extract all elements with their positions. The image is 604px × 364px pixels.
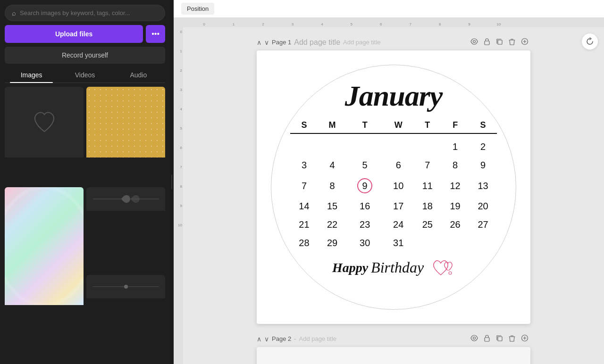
- right-panel: Position 0 1 2 3 4 5 6 7 8 9 10 0 1 2: [174, 0, 604, 364]
- cal-header-s1: S: [290, 118, 318, 132]
- cal-day: 21: [290, 215, 318, 234]
- calendar-table: S M T W T F S: [290, 118, 497, 252]
- cal-day: 31: [383, 234, 413, 252]
- cal-day: [318, 138, 346, 156]
- cal-day: [290, 138, 318, 156]
- table-row: 14 15 16 17 18 19 20: [290, 197, 497, 215]
- ruler-corner: [174, 18, 183, 27]
- cal-day: 13: [469, 174, 497, 197]
- canvas-page-2[interactable]: [257, 347, 530, 364]
- table-row: 1 2: [290, 138, 497, 156]
- tab-videos[interactable]: Videos: [58, 67, 111, 83]
- page-1-wrapper: ∧ ∨ Page 1 Add page title Add page title: [193, 37, 595, 324]
- list-item[interactable]: [5, 87, 84, 184]
- cal-day: 20: [469, 197, 497, 215]
- page-1-actions: [469, 37, 530, 48]
- cal-day: 19: [441, 197, 469, 215]
- ruler-horizontal: 0 1 2 3 4 5 6 7 8 9 10: [183, 18, 604, 27]
- page-2-lock-button[interactable]: [482, 333, 492, 344]
- page-2-label-row: ∧ ∨ Page 2 - Add page title: [257, 333, 530, 344]
- canvas-scroll[interactable]: ∧ ∨ Page 1 Add page title Add page title: [183, 27, 604, 364]
- ruler-tick: 2: [262, 22, 264, 26]
- page-2-title-placeholder[interactable]: Add page title: [299, 335, 337, 342]
- page-2-add-button[interactable]: [519, 333, 530, 344]
- ruler-tick: 0: [203, 22, 205, 26]
- page-1-eye-button[interactable]: [469, 37, 480, 48]
- cal-day: 22: [318, 215, 346, 234]
- refresh-button[interactable]: [581, 33, 598, 50]
- page-1-title-placeholder[interactable]: Add page title: [343, 39, 381, 46]
- list-item[interactable]: [5, 187, 84, 359]
- page-nav-up[interactable]: ∧: [257, 39, 261, 46]
- cal-day: 18: [413, 197, 441, 215]
- list-item[interactable]: [86, 275, 165, 359]
- tab-images[interactable]: Images: [5, 67, 58, 83]
- hearts-decoration: [427, 257, 455, 278]
- cal-day: 5: [346, 156, 383, 174]
- calendar-container: January S M T W T F: [257, 50, 530, 324]
- page-1-delete-button[interactable]: [507, 37, 517, 48]
- cal-day: [413, 234, 441, 252]
- svg-rect-5: [498, 40, 502, 44]
- svg-point-7: [449, 272, 452, 274]
- canvas-area: 0 1 2 3 4 5 6 7 8 9 10 0 1 2 3 4 5 6 7 8: [174, 18, 604, 364]
- panel-divider[interactable]: [170, 0, 174, 364]
- cal-day: 9: [469, 156, 497, 174]
- cal-day: 17: [383, 197, 413, 215]
- cal-day: 16: [346, 197, 383, 215]
- upload-button[interactable]: Upload files: [5, 25, 143, 43]
- search-input[interactable]: [20, 9, 158, 17]
- cal-header-s2: S: [469, 118, 497, 132]
- ruler-vertical: 0 1 2 3 4 5 6 7 8 9 10: [174, 27, 183, 364]
- cal-header-t1: T: [346, 118, 383, 132]
- page-2-eye-button[interactable]: [469, 333, 480, 344]
- page-1-label: Page 1: [272, 39, 291, 46]
- heart-image: [5, 87, 84, 157]
- page-1-title[interactable]: Add page title: [294, 38, 340, 47]
- page-1-add-button[interactable]: [519, 37, 530, 48]
- page-2-label: Page 2: [272, 335, 291, 342]
- svg-rect-10: [498, 337, 502, 341]
- yellow-texture-image: [86, 87, 165, 157]
- page-2-copy-button[interactable]: [494, 334, 505, 344]
- cal-header-m: M: [318, 118, 346, 132]
- record-yourself-button[interactable]: Record yourself: [5, 47, 165, 64]
- cal-day: 29: [318, 234, 346, 252]
- page-2-wrapper: ∧ ∨ Page 2 - Add page title: [193, 333, 595, 364]
- ruler-tick: 9: [180, 204, 182, 208]
- ruler-tick: 5: [180, 126, 182, 131]
- cal-day: [469, 234, 497, 252]
- position-button[interactable]: Position: [181, 3, 214, 15]
- ruler-tick: 6: [380, 22, 382, 26]
- ruler-tick: 3: [180, 88, 182, 92]
- cal-day: 8: [318, 174, 346, 197]
- cal-day: 12: [441, 174, 469, 197]
- table-row: 7 8 9 10 11 12 13: [290, 174, 497, 197]
- ruler-tick: 6: [180, 146, 182, 150]
- list-item[interactable]: [86, 87, 165, 184]
- list-item[interactable]: [86, 187, 165, 272]
- rainbow-texture-image: [5, 187, 84, 305]
- cal-day: 30: [346, 234, 383, 252]
- tab-audio[interactable]: Audio: [112, 67, 165, 83]
- divider-image: [86, 187, 165, 211]
- search-bar: ⌕: [5, 5, 165, 21]
- cal-day: 14: [290, 197, 318, 215]
- cal-day: 23: [346, 215, 383, 234]
- canvas-page-1[interactable]: January S M T W T F: [257, 50, 530, 324]
- page2-nav-up[interactable]: ∧: [257, 335, 261, 343]
- page-1-lock-button[interactable]: [482, 37, 492, 48]
- more-options-button[interactable]: •••: [146, 25, 165, 43]
- page-1-copy-button[interactable]: [494, 37, 505, 48]
- cal-day: 7: [413, 156, 441, 174]
- page2-nav-down[interactable]: ∨: [264, 335, 269, 343]
- svg-rect-9: [485, 338, 489, 341]
- page-nav-down[interactable]: ∨: [264, 39, 269, 46]
- cal-day: 6: [383, 156, 413, 174]
- cal-day: 3: [290, 156, 318, 174]
- cal-day: [441, 234, 469, 252]
- cal-day: 7: [290, 174, 318, 197]
- svg-point-8: [473, 337, 476, 339]
- page-2-delete-button[interactable]: [507, 334, 517, 344]
- cal-day: 10: [383, 174, 413, 197]
